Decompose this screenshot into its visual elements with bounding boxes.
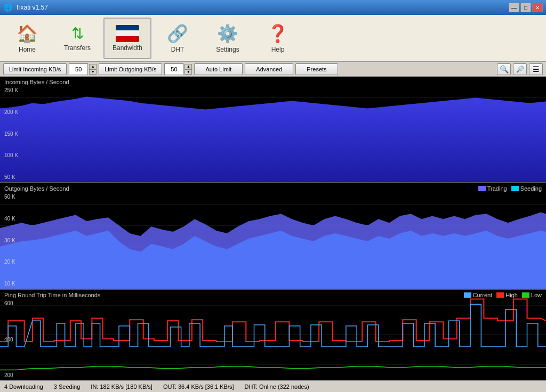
incoming-chart-svg: [0, 77, 546, 182]
svg-marker-10: [0, 212, 546, 289]
outgoing-y5: 10 K: [4, 281, 15, 287]
presets-button[interactable]: Presets: [295, 63, 338, 75]
titlebar: 🌐 Tixati v1.57 — □ ✕: [0, 0, 546, 15]
outgoing-y1: 50 K: [4, 194, 15, 200]
bandwidth-label: Bandwidth: [113, 44, 142, 52]
controls-bar: Limit Incoming KB/s ▲ ▼ Limit Outgoing K…: [0, 62, 546, 77]
incoming-y4: 100 K: [4, 152, 18, 158]
zoom-out-button[interactable]: 🔎: [513, 63, 527, 75]
incoming-spin-buttons: ▲ ▼: [89, 64, 97, 75]
incoming-y5: 50 K: [4, 174, 18, 180]
trading-label: Trading: [487, 185, 507, 192]
ping-y1: 600: [4, 300, 13, 306]
incoming-value-input[interactable]: [69, 63, 88, 75]
legend-high: High: [496, 292, 518, 298]
ping-yaxis: 600 400 200: [4, 290, 13, 380]
outgoing-chart: Outgoing Bytes / Second Trading Seeding …: [0, 183, 546, 290]
transfers-icon: ⇅: [71, 24, 84, 42]
status-dht: DHT: Online (322 nodes): [245, 383, 309, 390]
ping-chart-svg: [0, 290, 546, 380]
legend-current: Current: [464, 292, 493, 298]
list-view-button[interactable]: ☰: [529, 63, 543, 75]
status-seeding: 3 Seeding: [54, 383, 81, 390]
outgoing-chart-svg: [0, 183, 546, 289]
app-title: Tixati v1.57: [15, 4, 48, 11]
advanced-button[interactable]: Advanced: [245, 63, 293, 75]
toolbar-settings-button[interactable]: ⚙️ Settings: [204, 18, 252, 59]
incoming-y1: 250 K: [4, 87, 18, 93]
dht-icon: 🔗: [167, 23, 188, 44]
low-color: [522, 292, 529, 298]
app-title-group: 🌐 Tixati v1.57: [3, 3, 48, 12]
seeding-color: [511, 186, 519, 191]
outgoing-spin-down[interactable]: ▼: [184, 69, 192, 75]
outgoing-value-input[interactable]: [164, 63, 183, 75]
high-color: [496, 292, 504, 298]
dht-label: DHT: [171, 46, 184, 53]
incoming-input-group: ▲ ▼: [69, 63, 97, 75]
current-label: Current: [473, 292, 493, 298]
outgoing-spin-up[interactable]: ▲: [184, 64, 192, 69]
current-color: [464, 292, 471, 298]
zoom-in-button[interactable]: 🔍: [497, 63, 511, 75]
close-button[interactable]: ✕: [532, 3, 543, 12]
outgoing-spin-buttons: ▲ ▼: [184, 64, 192, 75]
legend-trading: Trading: [478, 185, 507, 192]
statusbar: 4 Downloading 3 Seeding IN: 182 KB/s [18…: [0, 380, 546, 392]
incoming-spin-up[interactable]: ▲: [89, 64, 97, 69]
svg-marker-4: [0, 97, 546, 182]
outgoing-yaxis: 50 K 40 K 30 K 20 K 10 K: [4, 183, 15, 289]
charts-area: Incoming Bytes / Second 250 K 200 K 150 …: [0, 77, 546, 380]
outgoing-input-group: ▲ ▼: [164, 63, 192, 75]
bandwidth-flag-icon: [116, 25, 139, 42]
main-toolbar: 🏠 Home ⇅ Transfers Bandwidth 🔗 DHT ⚙️ Se…: [0, 15, 546, 62]
trading-color: [478, 186, 486, 191]
outgoing-y3: 30 K: [4, 238, 15, 243]
incoming-yaxis: 250 K 200 K 150 K 100 K 50 K: [4, 77, 18, 182]
ping-legend: Current High Low: [464, 292, 542, 298]
maximize-button[interactable]: □: [520, 3, 531, 12]
help-label: Help: [271, 46, 285, 53]
toolbar-dht-button[interactable]: 🔗 DHT: [154, 18, 202, 59]
ping-chart: Ping Round Trip Time in Milliseconds Cur…: [0, 290, 546, 380]
toolbar-help-button[interactable]: ❓ Help: [254, 18, 302, 59]
settings-label: Settings: [216, 46, 239, 53]
toolbar-transfers-button[interactable]: ⇅ Transfers: [53, 18, 101, 59]
incoming-chart: Incoming Bytes / Second 250 K 200 K 150 …: [0, 77, 546, 183]
ping-chart-label: Ping Round Trip Time in Milliseconds: [4, 292, 100, 298]
outgoing-y2: 40 K: [4, 216, 15, 222]
home-label: Home: [19, 46, 36, 53]
incoming-y3: 150 K: [4, 131, 18, 137]
minimize-button[interactable]: —: [509, 3, 519, 12]
app-icon: 🌐: [3, 3, 12, 12]
settings-icon: ⚙️: [217, 23, 238, 44]
toolbar-bandwidth-button[interactable]: Bandwidth: [103, 18, 151, 59]
status-out-speed: OUT: 36.4 KB/s [36.1 KB/s]: [163, 383, 234, 390]
status-downloads: 4 Downloading: [4, 383, 43, 390]
legend-low: Low: [522, 292, 542, 298]
help-icon: ❓: [267, 23, 288, 44]
limit-incoming-button[interactable]: Limit Incoming KB/s: [3, 63, 67, 75]
toolbar-home-button[interactable]: 🏠 Home: [3, 18, 51, 59]
limit-outgoing-button[interactable]: Limit Outgoing KB/s: [99, 63, 162, 75]
ping-y2: 400: [4, 337, 13, 342]
outgoing-legend: Trading Seeding: [478, 185, 542, 192]
high-label: High: [505, 292, 518, 298]
home-icon: 🏠: [17, 23, 38, 44]
status-in-speed: IN: 182 KB/s [180 KB/s]: [91, 383, 152, 390]
seeding-label: Seeding: [520, 185, 542, 192]
legend-seeding: Seeding: [511, 185, 542, 192]
incoming-y2: 200 K: [4, 109, 18, 115]
window-controls: — □ ✕: [509, 3, 543, 12]
low-label: Low: [531, 292, 542, 298]
incoming-spin-down[interactable]: ▼: [89, 69, 97, 75]
transfers-label: Transfers: [64, 44, 91, 52]
outgoing-y4: 20 K: [4, 259, 15, 265]
ping-y3: 200: [4, 372, 13, 378]
auto-limit-button[interactable]: Auto Limit: [194, 63, 243, 75]
